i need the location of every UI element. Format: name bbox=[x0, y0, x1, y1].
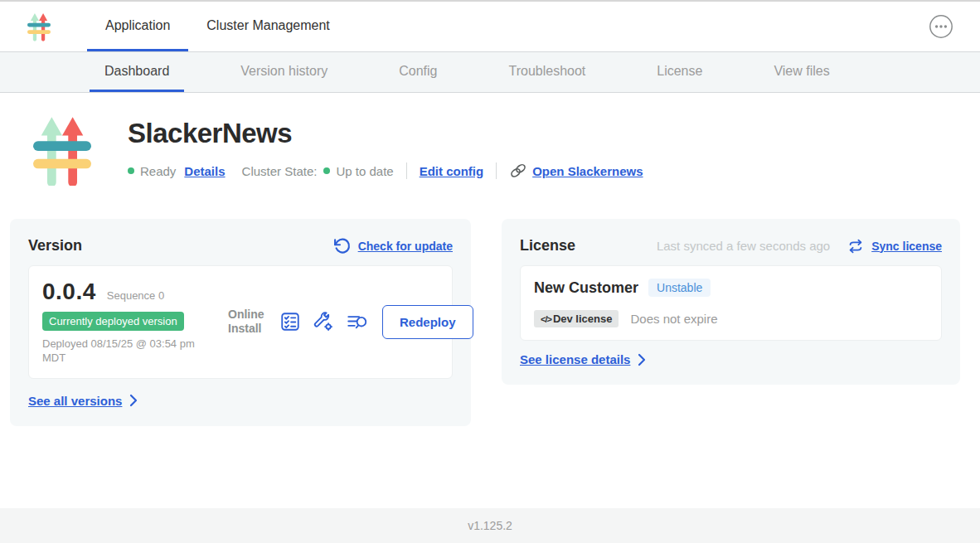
sync-license-link[interactable]: Sync license bbox=[847, 238, 942, 255]
license-type-label: Dev license bbox=[553, 313, 613, 325]
deploy-logs-icon[interactable] bbox=[346, 311, 369, 332]
version-sequence: Sequence 0 bbox=[107, 289, 164, 302]
console-version: v1.125.2 bbox=[468, 519, 512, 532]
see-all-versions-label: See all versions bbox=[28, 394, 122, 408]
subnav-dashboard-label: Dashboard bbox=[104, 64, 169, 79]
check-for-update-label: Check for update bbox=[358, 240, 453, 253]
install-type-label: Online Install bbox=[228, 308, 268, 337]
cluster-state-dot bbox=[323, 167, 330, 174]
app-status-text: Ready bbox=[140, 164, 176, 178]
version-card-title: Version bbox=[28, 237, 82, 255]
check-for-update[interactable]: Check for update bbox=[333, 237, 453, 255]
config-wrench-icon[interactable] bbox=[313, 311, 334, 332]
see-license-details-link[interactable]: See license details bbox=[520, 352, 942, 366]
license-sync-area: Last synced a few seconds ago Sync licen… bbox=[657, 238, 942, 255]
more-options-icon[interactable] bbox=[929, 14, 953, 39]
edit-config-link[interactable]: Edit config bbox=[420, 164, 484, 178]
license-customer-row: New Customer Unstable bbox=[534, 279, 928, 297]
current-version-panel: 0.0.4 Sequence 0 Currently deployed vers… bbox=[28, 265, 453, 379]
subnav-version-history[interactable]: Version history bbox=[226, 52, 342, 92]
chevron-right-icon bbox=[638, 353, 646, 366]
divider bbox=[406, 162, 407, 179]
tab-application[interactable]: Application bbox=[87, 2, 188, 51]
code-icon: </> bbox=[541, 314, 551, 324]
subnav-view-files-label: View files bbox=[774, 64, 829, 79]
see-all-versions-link[interactable]: See all versions bbox=[28, 394, 453, 408]
preflight-checks-icon[interactable] bbox=[279, 311, 301, 332]
license-card-title: License bbox=[520, 237, 575, 255]
app-status-row: Ready Details Cluster State: Up to date … bbox=[128, 162, 643, 180]
version-info: 0.0.4 Sequence 0 Currently deployed vers… bbox=[42, 279, 228, 366]
subnav-troubleshoot[interactable]: Troubleshoot bbox=[493, 52, 600, 92]
sync-license-label: Sync license bbox=[871, 240, 942, 253]
sync-arrows-icon bbox=[847, 238, 864, 255]
app-header: SlackerNews Ready Details Cluster State:… bbox=[0, 93, 980, 186]
channel-badge: Unstable bbox=[648, 279, 711, 297]
last-synced-text: Last synced a few seconds ago bbox=[657, 239, 830, 253]
chevron-right-icon bbox=[129, 394, 138, 407]
app-sub-nav: Dashboard Version history Config Trouble… bbox=[0, 51, 980, 93]
app-header-text: SlackerNews Ready Details Cluster State:… bbox=[128, 114, 643, 186]
redeploy-button[interactable]: Redeploy bbox=[382, 305, 473, 339]
cluster-state-label: Cluster State: bbox=[242, 164, 318, 178]
license-meta-row: </> Dev license Does not expire bbox=[534, 310, 928, 327]
console-footer: v1.125.2 bbox=[0, 508, 980, 543]
version-card: Version Check for update 0.0.4 Sequence … bbox=[10, 219, 471, 426]
subnav-version-history-label: Version history bbox=[240, 64, 327, 79]
deployed-version-badge: Currently deployed version bbox=[42, 312, 184, 331]
subnav-config-label: Config bbox=[399, 64, 437, 79]
see-license-details-label: See license details bbox=[520, 352, 630, 366]
subnav-view-files[interactable]: View files bbox=[759, 52, 844, 92]
subnav-config[interactable]: Config bbox=[384, 52, 452, 92]
license-panel: New Customer Unstable </> Dev license Do… bbox=[520, 265, 942, 341]
divider bbox=[496, 162, 497, 179]
subnav-dashboard[interactable]: Dashboard bbox=[90, 52, 184, 92]
license-type-tag: </> Dev license bbox=[534, 310, 619, 327]
chain-link-icon bbox=[509, 162, 527, 180]
app-logo bbox=[33, 114, 91, 186]
top-nav-right bbox=[929, 2, 980, 51]
open-app-label: Open Slackernews bbox=[532, 164, 643, 178]
version-card-header: Version Check for update bbox=[28, 237, 453, 255]
cluster-state-text: Up to date bbox=[336, 164, 393, 178]
tab-cluster-management-label: Cluster Management bbox=[206, 18, 330, 33]
top-nav: Application Cluster Management bbox=[0, 2, 980, 51]
app-title: SlackerNews bbox=[128, 118, 643, 149]
subnav-license[interactable]: License bbox=[642, 52, 717, 92]
top-nav-tabs: Application Cluster Management bbox=[87, 2, 348, 51]
dashboard-cards: Version Check for update 0.0.4 Sequence … bbox=[0, 186, 980, 426]
tab-application-label: Application bbox=[105, 18, 170, 33]
license-expiration: Does not expire bbox=[630, 312, 717, 326]
tab-cluster-management[interactable]: Cluster Management bbox=[188, 2, 348, 51]
version-action-icons bbox=[279, 311, 369, 332]
customer-name: New Customer bbox=[534, 279, 638, 297]
license-card-header: License Last synced a few seconds ago Sy… bbox=[520, 237, 942, 255]
refresh-icon bbox=[333, 237, 351, 255]
open-app-link[interactable]: Open Slackernews bbox=[509, 162, 643, 180]
subnav-troubleshoot-label: Troubleshoot bbox=[508, 64, 585, 79]
version-number: 0.0.4 bbox=[42, 279, 96, 305]
license-card: License Last synced a few seconds ago Sy… bbox=[502, 219, 960, 385]
deployed-timestamp: Deployed 08/15/25 @ 03:54 pm MDT bbox=[42, 337, 220, 366]
app-status-dot bbox=[128, 167, 134, 174]
subnav-license-label: License bbox=[657, 64, 702, 79]
hash-arrows-logo-icon bbox=[27, 12, 51, 41]
brand-logo[interactable] bbox=[27, 2, 51, 51]
status-details-link[interactable]: Details bbox=[184, 164, 225, 178]
